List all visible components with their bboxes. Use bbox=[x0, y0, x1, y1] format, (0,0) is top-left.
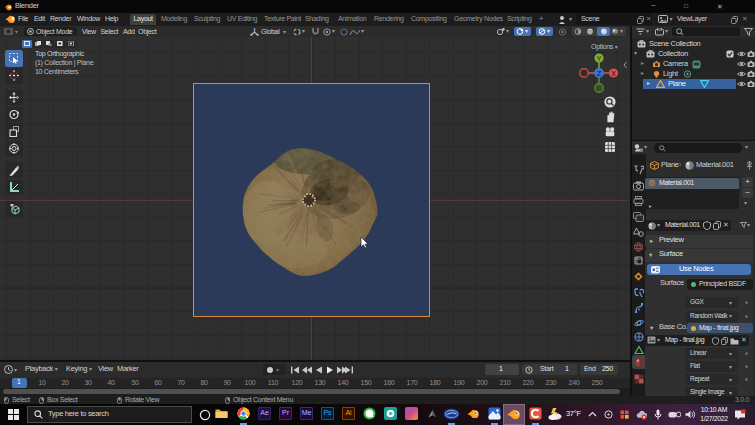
svg-text:Y: Y bbox=[597, 55, 602, 62]
svg-text:Z: Z bbox=[597, 69, 602, 78]
svg-text:X: X bbox=[611, 70, 616, 77]
